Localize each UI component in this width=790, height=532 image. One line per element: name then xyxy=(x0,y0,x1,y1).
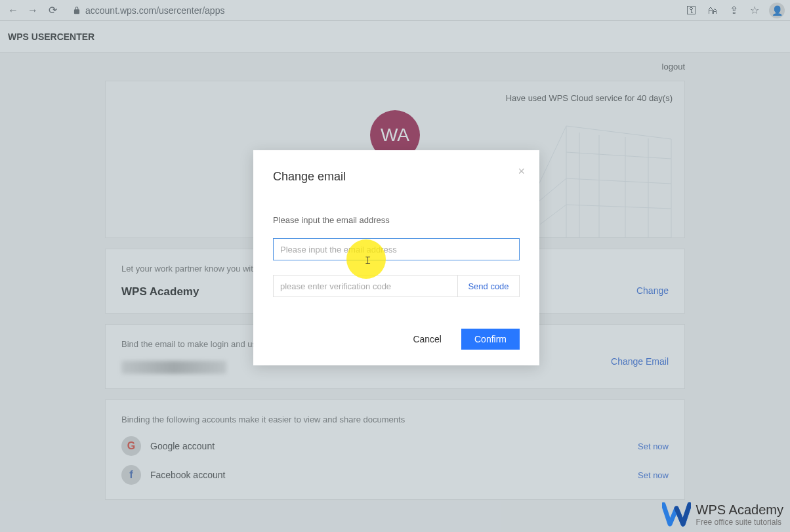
close-icon[interactable]: × xyxy=(518,165,525,178)
modal-title: Change email xyxy=(273,170,520,184)
email-input[interactable] xyxy=(273,238,520,260)
confirm-button[interactable]: Confirm xyxy=(461,329,520,350)
watermark: WPS Academy Free office suite tutorials xyxy=(662,502,783,527)
send-code-button[interactable]: Send code xyxy=(457,276,519,297)
modal-instruction: Please input the email address xyxy=(273,215,520,225)
wps-logo-icon xyxy=(662,502,691,527)
verification-row: Send code xyxy=(273,275,520,297)
watermark-title: WPS Academy xyxy=(696,502,783,518)
cancel-button[interactable]: Cancel xyxy=(407,329,447,350)
change-email-modal: × Change email Please input the email ad… xyxy=(253,150,539,365)
verification-code-input[interactable] xyxy=(274,276,457,297)
watermark-subtitle: Free office suite tutorials xyxy=(696,518,783,527)
